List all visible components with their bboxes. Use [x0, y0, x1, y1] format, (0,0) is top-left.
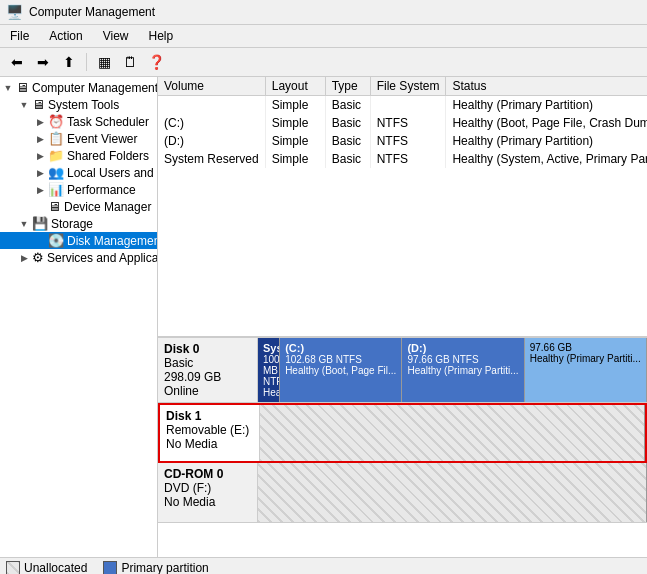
expand-shared-icon: ▶	[32, 151, 48, 161]
sidebar-item-disk-management[interactable]: 💽 Disk Management	[0, 232, 157, 249]
sidebar-item-task-scheduler[interactable]: ▶ ⏰ Task Scheduler	[0, 113, 157, 130]
cell-fs	[370, 96, 446, 115]
volume-table: Volume Layout Type File System Status C …	[158, 77, 647, 168]
col-header-volume: Volume	[158, 77, 265, 96]
partition-system-reserved[interactable]: System 100 MB NTFS Healthy	[258, 338, 280, 402]
task-scheduler-label: Task Scheduler	[67, 115, 149, 129]
cell-layout: Simple	[265, 114, 325, 132]
legend-unallocated: Unallocated	[6, 561, 87, 575]
sidebar-item-shared-folders[interactable]: ▶ 📁 Shared Folders	[0, 147, 157, 164]
menu-file[interactable]: File	[6, 27, 33, 45]
sidebar-item-storage[interactable]: ▼ 💾 Storage	[0, 215, 157, 232]
partition-name: (D:)	[407, 342, 518, 354]
partition-name: (C:)	[285, 342, 396, 354]
partition-cdrom-empty[interactable]	[258, 463, 647, 522]
properties-button[interactable]: 🗒	[119, 51, 141, 73]
table-row[interactable]: System Reserved Simple Basic NTFS Health…	[158, 150, 647, 168]
disk-visual-area[interactable]: Disk 0 Basic 298.09 GB Online System 100…	[158, 337, 647, 557]
cell-layout: Simple	[265, 132, 325, 150]
disk-0-type: Basic	[164, 356, 251, 370]
performance-icon: 📊	[48, 182, 64, 197]
menu-view[interactable]: View	[99, 27, 133, 45]
up-button[interactable]: ⬆	[58, 51, 80, 73]
partition-no-media[interactable]	[260, 405, 645, 461]
status-bar: Unallocated Primary partition	[0, 557, 647, 574]
sidebar-item-performance[interactable]: ▶ 📊 Performance	[0, 181, 157, 198]
show-hide-button[interactable]: ▦	[93, 51, 115, 73]
sidebar-item-event-viewer[interactable]: ▶ 📋 Event Viewer	[0, 130, 157, 147]
disk-1-type: Removable (E:)	[166, 423, 253, 437]
menu-help[interactable]: Help	[145, 27, 178, 45]
forward-button[interactable]: ➡	[32, 51, 54, 73]
disk-management-label: Disk Management	[67, 234, 157, 248]
cell-status: Healthy (Primary Partition)	[446, 132, 647, 150]
app-title: Computer Management	[29, 5, 155, 19]
shared-folders-label: Shared Folders	[67, 149, 149, 163]
menu-bar: File Action View Help	[0, 25, 647, 48]
partition-status: Healthy (Primary Partiti...	[407, 365, 518, 376]
event-viewer-icon: 📋	[48, 131, 64, 146]
event-viewer-label: Event Viewer	[67, 132, 137, 146]
cell-type: Basic	[325, 132, 370, 150]
root-label: Computer Management (Loca	[32, 81, 157, 95]
menu-action[interactable]: Action	[45, 27, 86, 45]
sidebar-item-local-users[interactable]: ▶ 👥 Local Users and Groups	[0, 164, 157, 181]
disk-1-status: No Media	[166, 437, 253, 451]
expand-event-icon: ▶	[32, 134, 48, 144]
partition-4[interactable]: 97.66 GB Healthy (Primary Partiti...	[525, 338, 647, 402]
partition-size: 100 MB	[263, 354, 274, 376]
unalloc-label: Unallocated	[24, 561, 87, 575]
cell-volume: (C:)	[158, 114, 265, 132]
disk-1-label: Disk 1 Removable (E:) No Media	[160, 405, 260, 461]
cell-type: Basic	[325, 96, 370, 115]
disk-0-partitions: System 100 MB NTFS Healthy (C:) 102.68 G…	[258, 338, 647, 402]
task-scheduler-icon: ⏰	[48, 114, 64, 129]
right-panel: Volume Layout Type File System Status C …	[158, 77, 647, 557]
system-tools-icon: 🖥	[32, 97, 45, 112]
storage-label: Storage	[51, 217, 93, 231]
partition-c[interactable]: (C:) 102.68 GB NTFS Healthy (Boot, Page …	[280, 338, 402, 402]
tree-root-item[interactable]: ▼ 🖥 Computer Management (Loca	[0, 79, 157, 96]
cdrom-status: No Media	[164, 495, 251, 509]
cdrom-type: DVD (F:)	[164, 481, 251, 495]
cell-fs: NTFS	[370, 132, 446, 150]
primary-label: Primary partition	[121, 561, 208, 575]
disk-0-name: Disk 0	[164, 342, 251, 356]
expand-storage-icon: ▼	[16, 219, 32, 229]
back-button[interactable]: ⬅	[6, 51, 28, 73]
main-container: ▼ 🖥 Computer Management (Loca ▼ 🖥 System…	[0, 77, 647, 557]
help-button[interactable]: ❓	[145, 51, 167, 73]
cell-volume: (D:)	[158, 132, 265, 150]
storage-icon: 💾	[32, 216, 48, 231]
col-header-filesystem: File System	[370, 77, 446, 96]
table-row[interactable]: Simple Basic Healthy (Primary Partition)…	[158, 96, 647, 115]
cell-status: Healthy (Boot, Page File, Crash Dump, Pr…	[446, 114, 647, 132]
partition-size: 102.68 GB NTFS	[285, 354, 396, 365]
expand-icon: ▼	[0, 83, 16, 93]
sidebar-item-services[interactable]: ▶ ⚙ Services and Applications	[0, 249, 157, 266]
partition-status: Healthy (Boot, Page Fil...	[285, 365, 396, 376]
app-icon: 🖥️	[6, 4, 23, 20]
volume-table-area[interactable]: Volume Layout Type File System Status C …	[158, 77, 647, 337]
cell-type: Basic	[325, 114, 370, 132]
tree-root: ▼ 🖥 Computer Management (Loca ▼ 🖥 System…	[0, 77, 157, 268]
partition-d[interactable]: (D:) 97.66 GB NTFS Healthy (Primary Part…	[402, 338, 524, 402]
cell-fs: NTFS	[370, 150, 446, 168]
expand-task-icon: ▶	[32, 117, 48, 127]
partition-status: Healthy (Primary Partiti...	[530, 353, 641, 364]
device-manager-label: Device Manager	[64, 200, 151, 214]
device-manager-icon: 🖥	[48, 199, 61, 214]
toolbar: ⬅ ➡ ⬆ ▦ 🗒 ❓	[0, 48, 647, 77]
cell-volume: System Reserved	[158, 150, 265, 168]
table-row[interactable]: (D:) Simple Basic NTFS Healthy (Primary …	[158, 132, 647, 150]
sidebar-item-system-tools[interactable]: ▼ 🖥 System Tools	[0, 96, 157, 113]
cell-status: Healthy (System, Active, Primary Partiti…	[446, 150, 647, 168]
disk-row-cdrom: CD-ROM 0 DVD (F:) No Media	[158, 463, 647, 523]
sidebar-item-device-manager[interactable]: 🖥 Device Manager	[0, 198, 157, 215]
computer-icon: 🖥	[16, 80, 29, 95]
partition-size: 97.66 GB	[530, 342, 641, 353]
table-row[interactable]: (C:) Simple Basic NTFS Healthy (Boot, Pa…	[158, 114, 647, 132]
disk-row-1: Disk 1 Removable (E:) No Media	[158, 403, 647, 463]
cell-volume	[158, 96, 265, 115]
cell-fs: NTFS	[370, 114, 446, 132]
